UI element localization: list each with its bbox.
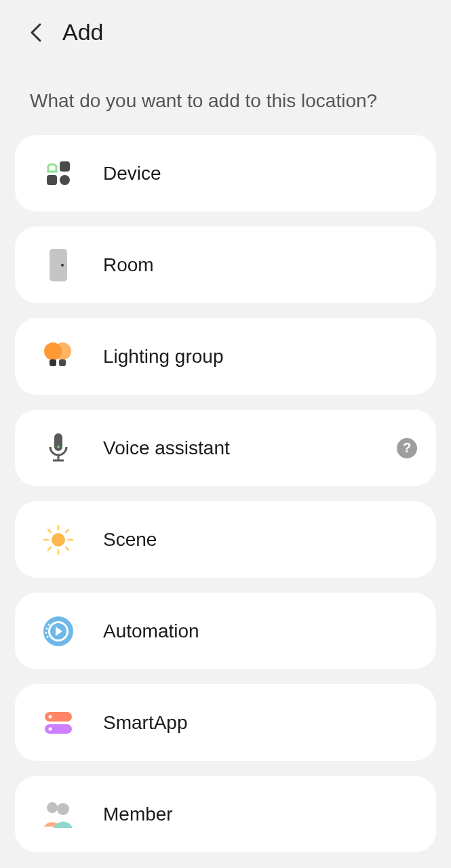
option-label: Device [103,163,417,184]
svg-line-21 [66,530,68,532]
option-list: Device Room Lighting group [0,135,451,852]
svg-line-19 [66,547,68,550]
svg-point-33 [47,802,58,813]
svg-point-13 [52,533,65,547]
svg-rect-0 [60,161,70,172]
help-icon[interactable]: ? [397,438,417,458]
back-icon[interactable] [27,23,46,42]
option-automation[interactable]: Automation [15,593,436,669]
svg-point-32 [49,727,52,730]
automation-icon [34,612,83,650]
option-label: Room [103,254,417,276]
svg-point-30 [49,715,52,718]
svg-rect-1 [47,175,57,185]
option-scene[interactable]: Scene [15,501,436,578]
smartapp-icon [34,704,83,742]
svg-point-4 [61,264,64,267]
svg-point-25 [48,623,50,625]
option-device[interactable]: Device [15,135,436,212]
svg-point-7 [44,342,62,360]
option-voice-assistant[interactable]: Voice assistant ? [15,410,436,486]
option-label: Scene [103,529,417,551]
svg-line-20 [48,547,51,550]
svg-point-10 [57,446,60,448]
header: Add [0,0,451,58]
scene-icon [34,521,83,559]
svg-point-26 [46,627,48,629]
svg-rect-6 [59,359,66,366]
svg-point-27 [45,631,47,633]
svg-rect-3 [50,249,67,281]
svg-rect-8 [50,359,56,366]
option-label: Automation [103,620,417,642]
option-label: SmartApp [103,712,417,734]
member-icon [34,795,83,833]
option-lighting-group[interactable]: Lighting group [15,318,436,395]
option-label: Lighting group [103,346,417,368]
option-label: Voice assistant [103,437,397,459]
svg-line-18 [48,530,51,532]
prompt-text: What do you want to add to this location… [0,58,451,135]
svg-point-28 [47,635,49,637]
option-member[interactable]: Member [15,776,436,852]
option-smartapp[interactable]: SmartApp [15,684,436,761]
lighting-icon [34,338,83,376]
option-room[interactable]: Room [15,226,436,303]
device-icon [34,155,83,193]
option-label: Member [103,804,417,825]
svg-point-2 [60,175,70,185]
svg-point-34 [57,803,69,815]
svg-rect-9 [54,433,62,451]
room-icon [34,246,83,284]
page-title: Add [62,19,104,45]
voice-icon [34,429,83,467]
